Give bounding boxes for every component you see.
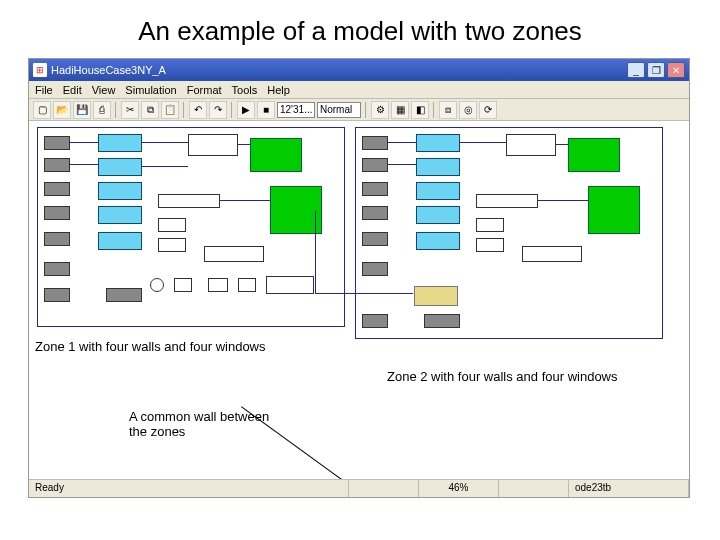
status-zoom: 46% xyxy=(419,480,499,497)
wall-block[interactable] xyxy=(362,182,388,196)
close-button[interactable]: ✕ xyxy=(667,62,685,78)
wall-block[interactable] xyxy=(362,314,388,328)
interzone-wire xyxy=(315,211,316,293)
play-icon[interactable]: ▶ xyxy=(237,101,255,119)
window-block[interactable] xyxy=(98,232,142,250)
window-block[interactable] xyxy=(98,206,142,224)
slide-title: An example of a model with two zones xyxy=(0,0,720,57)
window-block[interactable] xyxy=(98,158,142,176)
toolbar: ▢ 📂 💾 ⎙ ✂ ⧉ 📋 ↶ ↷ ▶ ■ ⚙ ▦ ◧ ⧈ ◎ ⟳ xyxy=(29,99,689,121)
room-block[interactable] xyxy=(250,138,302,172)
tri-block[interactable] xyxy=(174,278,192,292)
wall-block[interactable] xyxy=(362,206,388,220)
target-icon[interactable]: ◎ xyxy=(459,101,477,119)
simulink-window: ⊞ HadiHouseCase3NY_A _ ❐ ✕ File Edit Vie… xyxy=(28,58,690,498)
src-block[interactable] xyxy=(150,278,164,292)
wall-block[interactable] xyxy=(44,158,70,172)
const-block[interactable] xyxy=(476,238,504,252)
fcn-block[interactable] xyxy=(522,246,582,262)
room-block[interactable] xyxy=(568,138,620,172)
const-block[interactable] xyxy=(158,218,186,232)
menu-help[interactable]: Help xyxy=(267,84,290,96)
annotation-leader-line xyxy=(241,406,347,479)
menu-file[interactable]: File xyxy=(35,84,53,96)
menu-view[interactable]: View xyxy=(92,84,116,96)
const-block[interactable] xyxy=(158,238,186,252)
wall-block[interactable] xyxy=(362,136,388,150)
menu-format[interactable]: Format xyxy=(187,84,222,96)
titlebar: ⊞ HadiHouseCase3NY_A _ ❐ ✕ xyxy=(29,59,689,81)
window-block[interactable] xyxy=(98,134,142,152)
hvac-block[interactable] xyxy=(588,186,640,234)
window-block[interactable] xyxy=(416,232,460,250)
app-icon: ⊞ xyxy=(33,63,47,77)
status-solver: ode23tb xyxy=(569,480,689,497)
wall-block[interactable] xyxy=(44,262,70,276)
tri-block[interactable] xyxy=(238,278,256,292)
fcn-block[interactable] xyxy=(204,246,264,262)
lib-icon[interactable]: ▦ xyxy=(391,101,409,119)
wall-block[interactable] xyxy=(44,206,70,220)
floor-block[interactable] xyxy=(106,288,142,302)
common-wall-block[interactable] xyxy=(414,286,458,306)
wall-block[interactable] xyxy=(44,288,70,302)
zone1-annotation: Zone 1 with four walls and four windows xyxy=(35,339,266,354)
config-icon[interactable]: ⚙ xyxy=(371,101,389,119)
new-icon[interactable]: ▢ xyxy=(33,101,51,119)
scope-icon[interactable]: ◧ xyxy=(411,101,429,119)
mux-block[interactable] xyxy=(506,134,556,156)
paste-icon[interactable]: 📋 xyxy=(161,101,179,119)
maximize-button[interactable]: ❐ xyxy=(647,62,665,78)
menu-tools[interactable]: Tools xyxy=(232,84,258,96)
const-block[interactable] xyxy=(476,218,504,232)
wall-block[interactable] xyxy=(44,182,70,196)
print-icon[interactable]: ⎙ xyxy=(93,101,111,119)
wall-block[interactable] xyxy=(362,262,388,276)
sim-time-field[interactable] xyxy=(277,102,315,118)
open-icon[interactable]: 📂 xyxy=(53,101,71,119)
gain-block[interactable] xyxy=(476,194,538,208)
statusbar: Ready 46% ode23tb xyxy=(29,479,689,497)
wall-block[interactable] xyxy=(44,136,70,150)
save-icon[interactable]: 💾 xyxy=(73,101,91,119)
copy-icon[interactable]: ⧉ xyxy=(141,101,159,119)
status-ready: Ready xyxy=(29,480,349,497)
window-block[interactable] xyxy=(416,134,460,152)
interzone-wire xyxy=(315,293,413,294)
stop-icon[interactable]: ■ xyxy=(257,101,275,119)
window-title: HadiHouseCase3NY_A xyxy=(51,64,166,76)
undo-icon[interactable]: ↶ xyxy=(189,101,207,119)
window-block[interactable] xyxy=(416,182,460,200)
menu-simulation[interactable]: Simulation xyxy=(125,84,176,96)
gain-block[interactable] xyxy=(158,194,220,208)
redo-icon[interactable]: ↷ xyxy=(209,101,227,119)
zone2-annotation: Zone 2 with four walls and four windows xyxy=(387,369,618,384)
menubar: File Edit View Simulation Format Tools H… xyxy=(29,81,689,99)
minimize-button[interactable]: _ xyxy=(627,62,645,78)
sim-mode-field[interactable] xyxy=(317,102,361,118)
window-block[interactable] xyxy=(416,206,460,224)
wall-block[interactable] xyxy=(44,232,70,246)
menu-edit[interactable]: Edit xyxy=(63,84,82,96)
zone2-subsystem[interactable] xyxy=(355,127,663,339)
scope-block[interactable] xyxy=(266,276,314,294)
window-block[interactable] xyxy=(416,158,460,176)
wall-block[interactable] xyxy=(362,232,388,246)
build-icon[interactable]: ⧈ xyxy=(439,101,457,119)
floor-block[interactable] xyxy=(424,314,460,328)
model-canvas[interactable]: Zone 1 with four walls and four windows … xyxy=(29,121,689,479)
wall-block[interactable] xyxy=(362,158,388,172)
zone1-subsystem[interactable] xyxy=(37,127,345,327)
refresh-icon[interactable]: ⟳ xyxy=(479,101,497,119)
cut-icon[interactable]: ✂ xyxy=(121,101,139,119)
sink-block[interactable] xyxy=(208,278,228,292)
window-block[interactable] xyxy=(98,182,142,200)
mux-block[interactable] xyxy=(188,134,238,156)
